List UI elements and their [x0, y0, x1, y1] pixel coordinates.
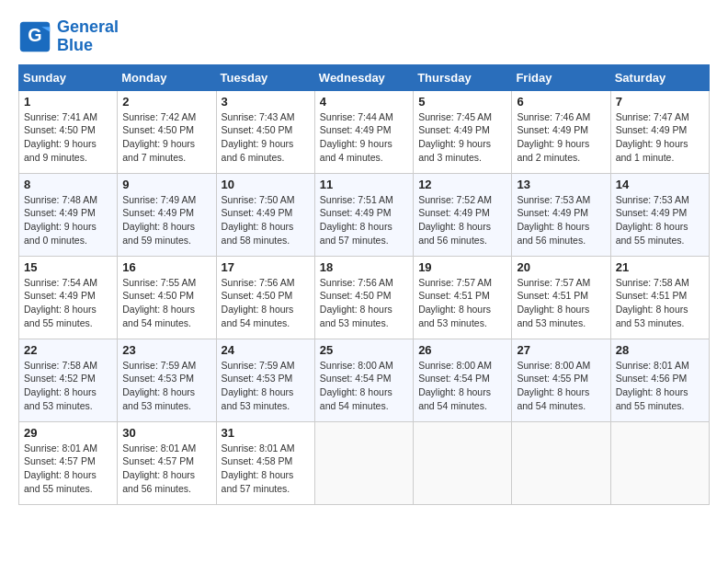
calendar-cell: 20Sunrise: 7:57 AM Sunset: 4:51 PM Dayli…: [512, 256, 610, 339]
day-number: 1: [24, 95, 112, 109]
weekday-header-thursday: Thursday: [414, 64, 512, 90]
calendar-cell: 9Sunrise: 7:49 AM Sunset: 4:49 PM Daylig…: [118, 173, 216, 256]
calendar-cell: 24Sunrise: 7:59 AM Sunset: 4:53 PM Dayli…: [216, 339, 314, 421]
day-number: 7: [616, 95, 704, 109]
day-info: Sunrise: 7:59 AM Sunset: 4:53 PM Dayligh…: [222, 359, 310, 413]
day-info: Sunrise: 7:46 AM Sunset: 4:49 PM Dayligh…: [517, 110, 605, 165]
logo-line2: Blue: [57, 36, 93, 54]
day-number: 3: [222, 95, 310, 109]
day-number: 24: [222, 343, 310, 357]
day-number: 27: [517, 343, 605, 357]
weekday-header-monday: Monday: [118, 64, 216, 90]
logo-icon: G: [18, 20, 51, 53]
calendar-cell: [610, 421, 709, 504]
day-number: 6: [517, 95, 605, 109]
day-number: 25: [320, 343, 408, 357]
day-number: 8: [24, 178, 112, 191]
day-number: 20: [517, 260, 605, 274]
calendar-cell: 1Sunrise: 7:41 AM Sunset: 4:50 PM Daylig…: [19, 90, 118, 173]
day-number: 19: [418, 260, 506, 274]
day-number: 12: [418, 178, 506, 191]
calendar-cell: 19Sunrise: 7:57 AM Sunset: 4:51 PM Dayli…: [414, 256, 512, 339]
weekday-header-saturday: Saturday: [610, 64, 709, 90]
calendar-cell: 27Sunrise: 8:00 AM Sunset: 4:55 PM Dayli…: [512, 339, 610, 421]
day-number: 30: [122, 426, 210, 440]
day-info: Sunrise: 8:00 AM Sunset: 4:55 PM Dayligh…: [517, 359, 605, 413]
weekday-header-tuesday: Tuesday: [216, 64, 314, 90]
calendar-week-row: 22Sunrise: 7:58 AM Sunset: 4:52 PM Dayli…: [19, 339, 710, 421]
day-info: Sunrise: 8:01 AM Sunset: 4:58 PM Dayligh…: [222, 442, 310, 496]
day-info: Sunrise: 7:43 AM Sunset: 4:50 PM Dayligh…: [222, 110, 310, 165]
day-info: Sunrise: 7:53 AM Sunset: 4:49 PM Dayligh…: [616, 193, 704, 247]
calendar-cell: 8Sunrise: 7:48 AM Sunset: 4:49 PM Daylig…: [19, 173, 118, 256]
day-info: Sunrise: 8:01 AM Sunset: 4:57 PM Dayligh…: [24, 442, 112, 496]
day-info: Sunrise: 7:52 AM Sunset: 4:49 PM Dayligh…: [418, 193, 506, 247]
day-info: Sunrise: 7:51 AM Sunset: 4:49 PM Dayligh…: [320, 193, 408, 247]
svg-text:G: G: [28, 25, 41, 45]
calendar-cell: 14Sunrise: 7:53 AM Sunset: 4:49 PM Dayli…: [610, 173, 709, 256]
calendar-cell: 21Sunrise: 7:58 AM Sunset: 4:51 PM Dayli…: [610, 256, 709, 339]
day-number: 26: [418, 343, 506, 357]
day-info: Sunrise: 7:56 AM Sunset: 4:50 PM Dayligh…: [222, 276, 310, 330]
day-info: Sunrise: 7:47 AM Sunset: 4:49 PM Dayligh…: [616, 110, 704, 165]
weekday-header-friday: Friday: [512, 64, 610, 90]
calendar-cell: 5Sunrise: 7:45 AM Sunset: 4:49 PM Daylig…: [414, 90, 512, 173]
day-info: Sunrise: 7:57 AM Sunset: 4:51 PM Dayligh…: [418, 276, 506, 330]
day-number: 22: [24, 343, 112, 357]
day-info: Sunrise: 7:44 AM Sunset: 4:49 PM Dayligh…: [320, 110, 408, 165]
logo: G General Blue: [18, 18, 119, 55]
calendar-cell: 26Sunrise: 8:00 AM Sunset: 4:54 PM Dayli…: [414, 339, 512, 421]
calendar-cell: [414, 421, 512, 504]
day-info: Sunrise: 7:50 AM Sunset: 4:49 PM Dayligh…: [222, 193, 310, 247]
calendar-table: SundayMondayTuesdayWednesdayThursdayFrid…: [18, 64, 710, 505]
calendar-cell: 11Sunrise: 7:51 AM Sunset: 4:49 PM Dayli…: [314, 173, 413, 256]
calendar-cell: [512, 421, 610, 504]
calendar-cell: 22Sunrise: 7:58 AM Sunset: 4:52 PM Dayli…: [19, 339, 118, 421]
calendar-cell: 7Sunrise: 7:47 AM Sunset: 4:49 PM Daylig…: [610, 90, 709, 173]
calendar-cell: [314, 421, 413, 504]
day-number: 23: [122, 343, 210, 357]
day-info: Sunrise: 7:55 AM Sunset: 4:50 PM Dayligh…: [122, 276, 210, 330]
day-info: Sunrise: 8:00 AM Sunset: 4:54 PM Dayligh…: [418, 359, 506, 413]
weekday-header-wednesday: Wednesday: [314, 64, 413, 90]
page-header: G General Blue: [18, 18, 710, 55]
calendar-cell: 6Sunrise: 7:46 AM Sunset: 4:49 PM Daylig…: [512, 90, 610, 173]
calendar-week-row: 1Sunrise: 7:41 AM Sunset: 4:50 PM Daylig…: [19, 90, 710, 173]
calendar-week-row: 8Sunrise: 7:48 AM Sunset: 4:49 PM Daylig…: [19, 173, 710, 256]
day-number: 13: [517, 178, 605, 191]
day-number: 17: [222, 260, 310, 274]
weekday-header-row: SundayMondayTuesdayWednesdayThursdayFrid…: [19, 64, 710, 90]
day-number: 31: [222, 426, 310, 440]
day-info: Sunrise: 7:58 AM Sunset: 4:52 PM Dayligh…: [24, 359, 112, 413]
calendar-cell: 2Sunrise: 7:42 AM Sunset: 4:50 PM Daylig…: [118, 90, 216, 173]
day-info: Sunrise: 7:48 AM Sunset: 4:49 PM Dayligh…: [24, 193, 112, 247]
day-info: Sunrise: 8:01 AM Sunset: 4:56 PM Dayligh…: [616, 359, 704, 413]
weekday-header-sunday: Sunday: [19, 64, 118, 90]
day-number: 2: [122, 95, 210, 109]
calendar-cell: 15Sunrise: 7:54 AM Sunset: 4:49 PM Dayli…: [19, 256, 118, 339]
day-number: 5: [418, 95, 506, 109]
day-number: 11: [320, 178, 408, 191]
day-info: Sunrise: 8:01 AM Sunset: 4:57 PM Dayligh…: [122, 442, 210, 496]
calendar-cell: 23Sunrise: 7:59 AM Sunset: 4:53 PM Dayli…: [118, 339, 216, 421]
day-info: Sunrise: 8:00 AM Sunset: 4:54 PM Dayligh…: [320, 359, 408, 413]
calendar-cell: 28Sunrise: 8:01 AM Sunset: 4:56 PM Dayli…: [610, 339, 709, 421]
calendar-cell: 12Sunrise: 7:52 AM Sunset: 4:49 PM Dayli…: [414, 173, 512, 256]
calendar-cell: 30Sunrise: 8:01 AM Sunset: 4:57 PM Dayli…: [118, 421, 216, 504]
day-info: Sunrise: 7:53 AM Sunset: 4:49 PM Dayligh…: [517, 193, 605, 247]
day-number: 14: [616, 178, 704, 191]
day-info: Sunrise: 7:58 AM Sunset: 4:51 PM Dayligh…: [616, 276, 704, 330]
day-number: 28: [616, 343, 704, 357]
calendar-cell: 16Sunrise: 7:55 AM Sunset: 4:50 PM Dayli…: [118, 256, 216, 339]
calendar-cell: 13Sunrise: 7:53 AM Sunset: 4:49 PM Dayli…: [512, 173, 610, 256]
day-number: 18: [320, 260, 408, 274]
calendar-cell: 31Sunrise: 8:01 AM Sunset: 4:58 PM Dayli…: [216, 421, 314, 504]
day-number: 10: [222, 178, 310, 191]
calendar-cell: 4Sunrise: 7:44 AM Sunset: 4:49 PM Daylig…: [314, 90, 413, 173]
day-number: 9: [122, 178, 210, 191]
calendar-cell: 18Sunrise: 7:56 AM Sunset: 4:50 PM Dayli…: [314, 256, 413, 339]
calendar-cell: 25Sunrise: 8:00 AM Sunset: 4:54 PM Dayli…: [314, 339, 413, 421]
day-number: 15: [24, 260, 112, 274]
day-info: Sunrise: 7:41 AM Sunset: 4:50 PM Dayligh…: [24, 110, 112, 165]
day-info: Sunrise: 7:59 AM Sunset: 4:53 PM Dayligh…: [122, 359, 210, 413]
